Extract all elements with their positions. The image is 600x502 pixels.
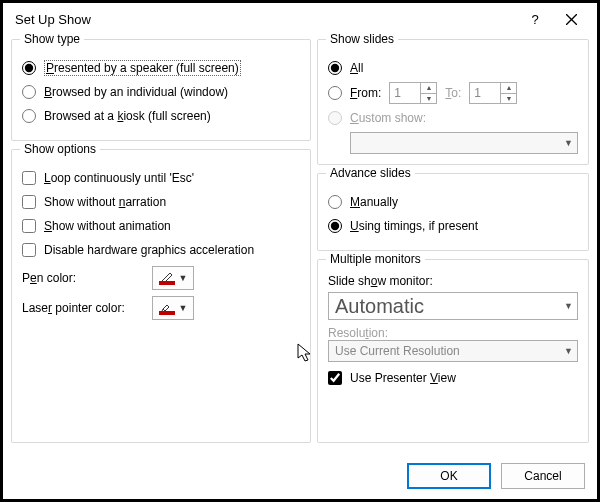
show-type-legend: Show type	[20, 32, 84, 46]
pen-color-label: Pen color:	[22, 271, 152, 285]
setup-show-dialog: Set Up Show ? Show type Presented by a s…	[0, 0, 600, 502]
chevron-down-icon: ▼	[564, 138, 573, 148]
check-narration-label[interactable]: Show without narration	[44, 195, 166, 209]
check-presenter[interactable]	[328, 371, 342, 385]
chevron-down-icon: ▼	[564, 301, 573, 311]
radio-speaker[interactable]	[22, 61, 36, 75]
radio-speaker-label[interactable]: Presented by a speaker (full screen)	[44, 61, 241, 75]
laser-color-label: Laser pointer color:	[22, 301, 152, 315]
radio-manual-label[interactable]: Manually	[350, 195, 398, 209]
show-slides-group: Show slides All From: ▲▼ To: ▲▼	[317, 39, 589, 165]
chevron-down-icon: ▼	[179, 273, 188, 283]
radio-timings[interactable]	[328, 219, 342, 233]
advance-slides-group: Advance slides Manually Using timings, i…	[317, 173, 589, 251]
advance-legend: Advance slides	[326, 166, 415, 180]
to-spinner[interactable]: ▲▼	[469, 82, 517, 104]
custom-show-select: ▼	[350, 132, 578, 154]
spin-up-icon[interactable]: ▲	[421, 83, 436, 94]
show-options-group: Show options Loop continuously until 'Es…	[11, 149, 311, 443]
to-label: To:	[445, 86, 461, 100]
ok-button[interactable]: OK	[407, 463, 491, 489]
chevron-down-icon: ▼	[564, 346, 573, 356]
close-icon	[566, 14, 577, 25]
titlebar: Set Up Show ?	[3, 3, 597, 35]
check-narration[interactable]	[22, 195, 36, 209]
check-animation-label[interactable]: Show without animation	[44, 219, 171, 233]
from-input[interactable]	[390, 83, 420, 103]
dialog-title: Set Up Show	[15, 12, 517, 27]
monitor-select[interactable]: Automatic ▼	[328, 292, 578, 320]
check-loop[interactable]	[22, 171, 36, 185]
radio-all-label[interactable]: All	[350, 61, 363, 75]
laser-color-icon	[159, 301, 175, 315]
laser-color-picker[interactable]: ▼	[152, 296, 194, 320]
spin-down-icon[interactable]: ▼	[421, 94, 436, 104]
from-spinner[interactable]: ▲▼	[389, 82, 437, 104]
pen-color-icon	[159, 271, 175, 285]
chevron-down-icon: ▼	[179, 303, 188, 313]
resolution-select: Use Current Resolution ▼	[328, 340, 578, 362]
radio-from-label[interactable]: From:	[350, 86, 381, 100]
check-hw-label[interactable]: Disable hardware graphics acceleration	[44, 243, 254, 257]
dialog-footer: OK Cancel	[3, 457, 597, 499]
monitors-legend: Multiple monitors	[326, 252, 425, 266]
show-type-group: Show type Presented by a speaker (full s…	[11, 39, 311, 141]
resolution-label: Resolution:	[328, 326, 578, 340]
check-animation[interactable]	[22, 219, 36, 233]
monitors-group: Multiple monitors Slide show monitor: Au…	[317, 259, 589, 443]
radio-individual-label[interactable]: Browsed by an individual (window)	[44, 85, 228, 99]
radio-kiosk-label[interactable]: Browsed at a kiosk (full screen)	[44, 109, 211, 123]
pen-color-picker[interactable]: ▼	[152, 266, 194, 290]
check-loop-label[interactable]: Loop continuously until 'Esc'	[44, 171, 194, 185]
close-button[interactable]	[553, 5, 589, 33]
resolution-value: Use Current Resolution	[335, 344, 460, 358]
radio-all-slides[interactable]	[328, 61, 342, 75]
show-slides-legend: Show slides	[326, 32, 398, 46]
to-input[interactable]	[470, 83, 500, 103]
radio-timings-label[interactable]: Using timings, if present	[350, 219, 478, 233]
show-options-legend: Show options	[20, 142, 100, 156]
check-hw[interactable]	[22, 243, 36, 257]
radio-manual[interactable]	[328, 195, 342, 209]
check-presenter-label[interactable]: Use Presenter View	[350, 371, 456, 385]
spin-up-icon[interactable]: ▲	[501, 83, 516, 94]
monitor-label: Slide show monitor:	[328, 274, 578, 288]
radio-custom-label: Custom show:	[350, 111, 426, 125]
radio-custom-show	[328, 111, 342, 125]
monitor-value: Automatic	[335, 295, 424, 318]
radio-kiosk[interactable]	[22, 109, 36, 123]
cancel-button[interactable]: Cancel	[501, 463, 585, 489]
help-button[interactable]: ?	[517, 5, 553, 33]
spin-down-icon[interactable]: ▼	[501, 94, 516, 104]
radio-individual[interactable]	[22, 85, 36, 99]
radio-from[interactable]	[328, 86, 342, 100]
